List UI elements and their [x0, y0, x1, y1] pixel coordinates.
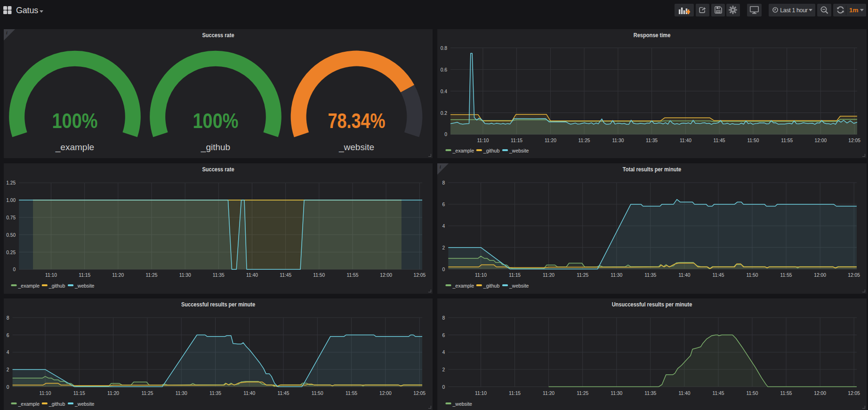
svg-text:11:45: 11:45 — [280, 273, 291, 278]
svg-text:0: 0 — [13, 267, 16, 272]
svg-text:_example: _example — [452, 148, 474, 153]
svg-text:_github: _github — [48, 401, 65, 407]
svg-text:0.8: 0.8 — [441, 46, 448, 51]
svg-text:2: 2 — [442, 367, 445, 372]
svg-text:8: 8 — [442, 180, 445, 185]
svg-text:11:45: 11:45 — [277, 391, 289, 396]
svg-text:0: 0 — [442, 385, 445, 390]
svg-text:11:15: 11:15 — [509, 391, 521, 396]
svg-text:12:00: 12:00 — [814, 391, 826, 396]
svg-text:11:10: 11:10 — [475, 391, 487, 396]
svg-text:4: 4 — [442, 224, 445, 229]
svg-text:_github: _github — [483, 283, 500, 289]
svg-text:11:35: 11:35 — [209, 391, 221, 396]
svg-text:0.50: 0.50 — [6, 233, 16, 238]
svg-text:_example: _example — [18, 401, 40, 407]
svg-text:8: 8 — [7, 315, 9, 321]
svg-text:0.4: 0.4 — [441, 89, 448, 94]
svg-text:0.2: 0.2 — [441, 111, 448, 116]
svg-text:_github: _github — [483, 148, 500, 153]
svg-text:_website: _website — [509, 148, 529, 153]
svg-text:11:50: 11:50 — [746, 391, 758, 396]
svg-text:11:20: 11:20 — [543, 391, 555, 396]
svg-text:0: 0 — [442, 267, 445, 272]
svg-text:11:40: 11:40 — [680, 138, 691, 143]
svg-text:11:40: 11:40 — [678, 391, 690, 396]
svg-text:11:30: 11:30 — [611, 391, 622, 396]
svg-text:12:05: 12:05 — [413, 391, 426, 396]
svg-text:11:50: 11:50 — [746, 273, 758, 278]
svg-text:11:15: 11:15 — [511, 138, 522, 143]
svg-text:11:30: 11:30 — [612, 138, 624, 143]
svg-text:12:05: 12:05 — [848, 273, 860, 278]
svg-text:11:25: 11:25 — [579, 138, 590, 143]
svg-text:_website: _website — [74, 283, 95, 289]
svg-text:_example: _example — [452, 283, 474, 289]
svg-text:11:55: 11:55 — [346, 273, 358, 278]
svg-text:0: 0 — [7, 385, 9, 390]
svg-text:11:15: 11:15 — [79, 273, 90, 278]
svg-text:11:55: 11:55 — [780, 273, 792, 278]
svg-text:11:45: 11:45 — [712, 391, 724, 396]
svg-text:11:35: 11:35 — [644, 273, 656, 278]
svg-text:0.6: 0.6 — [441, 67, 448, 72]
svg-text:11:25: 11:25 — [577, 273, 588, 278]
svg-text:_example: _example — [18, 283, 40, 289]
svg-text:12:00: 12:00 — [379, 391, 392, 396]
svg-text:11:20: 11:20 — [543, 273, 555, 278]
svg-text:11:20: 11:20 — [545, 138, 556, 143]
svg-text:12:00: 12:00 — [814, 273, 826, 278]
svg-text:6: 6 — [442, 202, 445, 207]
svg-text:6: 6 — [442, 333, 445, 338]
svg-text:_github: _github — [48, 283, 65, 289]
svg-text:11:15: 11:15 — [73, 391, 85, 396]
svg-text:11:35: 11:35 — [646, 138, 658, 143]
svg-text:11:50: 11:50 — [313, 273, 325, 278]
svg-text:11:40: 11:40 — [246, 273, 258, 278]
svg-text:12:00: 12:00 — [815, 138, 827, 143]
svg-text:_github: _github — [201, 142, 230, 153]
svg-text:1.25: 1.25 — [6, 180, 16, 185]
svg-text:11:45: 11:45 — [714, 138, 725, 143]
svg-text:11:10: 11:10 — [45, 273, 57, 278]
svg-text:11:20: 11:20 — [112, 273, 124, 278]
svg-text:6: 6 — [7, 333, 9, 338]
svg-text:2: 2 — [7, 367, 9, 372]
svg-text:2: 2 — [442, 245, 445, 250]
svg-text:_website: _website — [74, 401, 95, 407]
svg-text:11:50: 11:50 — [747, 138, 759, 143]
svg-text:_website: _website — [338, 142, 374, 153]
svg-text:0.25: 0.25 — [6, 250, 16, 255]
svg-text:11:10: 11:10 — [475, 273, 487, 278]
svg-text:4: 4 — [7, 350, 9, 355]
svg-text:11:55: 11:55 — [780, 391, 792, 396]
svg-text:11:50: 11:50 — [312, 391, 323, 396]
svg-text:11:25: 11:25 — [577, 391, 588, 396]
svg-text:_website: _website — [509, 283, 529, 289]
svg-text:12:00: 12:00 — [380, 273, 392, 278]
svg-text:11:45: 11:45 — [712, 273, 724, 278]
svg-text:11:35: 11:35 — [644, 391, 656, 396]
svg-text:11:10: 11:10 — [39, 391, 51, 396]
svg-text:11:30: 11:30 — [176, 391, 187, 396]
svg-text:11:55: 11:55 — [346, 391, 357, 396]
svg-text:11:10: 11:10 — [477, 138, 489, 143]
svg-text:0: 0 — [444, 132, 447, 137]
svg-text:1.00: 1.00 — [6, 198, 16, 203]
svg-text:100%: 100% — [52, 109, 98, 133]
svg-text:8: 8 — [442, 315, 445, 321]
svg-text:11:35: 11:35 — [213, 273, 225, 278]
svg-text:4: 4 — [442, 350, 445, 355]
svg-text:11:15: 11:15 — [509, 273, 521, 278]
svg-text:0.75: 0.75 — [6, 215, 16, 220]
svg-text:11:30: 11:30 — [611, 273, 622, 278]
svg-text:100%: 100% — [193, 109, 239, 133]
svg-text:12:05: 12:05 — [848, 138, 860, 143]
svg-text:11:20: 11:20 — [107, 391, 119, 396]
svg-text:11:30: 11:30 — [179, 273, 191, 278]
svg-text:11:25: 11:25 — [141, 391, 153, 396]
svg-text:12:05: 12:05 — [413, 273, 426, 278]
svg-text:78.34%: 78.34% — [328, 109, 386, 133]
svg-text:12:05: 12:05 — [848, 391, 860, 396]
svg-text:11:40: 11:40 — [243, 391, 255, 396]
